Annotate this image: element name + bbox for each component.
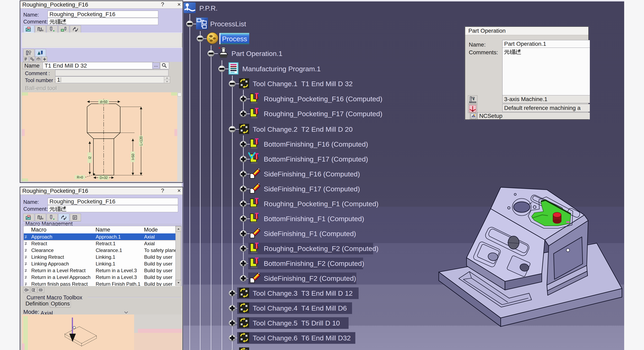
tool-tab-icon[interactable] — [58, 25, 69, 33]
toolchange-icon[interactable] — [238, 302, 250, 314]
toolchange-icon[interactable] — [238, 317, 250, 329]
macro-tab-icon[interactable] — [70, 25, 81, 33]
more-tools-button[interactable]: ... — [152, 62, 160, 69]
toolchange-icon[interactable] — [238, 287, 250, 299]
feeds-tab-icon[interactable] — [46, 25, 58, 33]
geometry-tab-icon[interactable] — [23, 214, 34, 221]
tab-definition[interactable]: Definition — [25, 300, 49, 308]
macro-table-row[interactable]: Linking Approach Linking.1 Build by user — [24, 260, 176, 267]
tree-item-label[interactable]: Manufacturing Program.1 — [242, 65, 321, 73]
tree-expand-plus[interactable] — [240, 111, 247, 117]
tree-expand-plus[interactable] — [240, 230, 247, 237]
tree-item-label[interactable]: Tool Change.3 T3 End Mill D 12 — [253, 289, 353, 297]
tree-item-label[interactable]: Roughing_Pocketing_F17 (Computed) — [264, 110, 382, 118]
machine-icon[interactable] — [468, 95, 478, 104]
process-icon[interactable] — [206, 32, 218, 45]
macro-tab-icon-active[interactable] — [58, 214, 69, 221]
pocket-op-icon[interactable] — [250, 213, 261, 225]
processlist-icon[interactable] — [196, 17, 208, 30]
product-icon[interactable] — [470, 113, 478, 120]
axis-field[interactable]: Default reference machining a — [502, 104, 590, 112]
tree-expand-plus[interactable] — [229, 335, 236, 341]
toolchange-icon[interactable] — [238, 78, 250, 90]
side-op-icon[interactable] — [250, 227, 261, 240]
partop-icon[interactable] — [217, 47, 230, 60]
tree-item-label[interactable]: BottomFinishing_F16 (Computed) — [264, 140, 368, 148]
column-header[interactable]: Mode — [144, 227, 158, 233]
macro-table-row[interactable]: Retract Retract.1 Axial — [24, 240, 176, 247]
ppr-icon[interactable] — [184, 2, 196, 14]
tree-item-label[interactable]: BottomFinishing_F17 (Computed) — [264, 155, 368, 163]
setup-field[interactable]: NCSetup — [478, 112, 590, 120]
pocket-op-icon[interactable] — [250, 257, 261, 270]
close-icon[interactable]: × — [175, 187, 183, 194]
tree-expand-plus[interactable] — [240, 156, 247, 162]
toolchange-icon[interactable] — [238, 123, 250, 135]
help-icon[interactable]: ? — [158, 1, 166, 8]
tree-expand-minus[interactable] — [197, 35, 204, 42]
tool-list-icon[interactable] — [23, 57, 29, 62]
dialog-titlebar[interactable]: Roughing_Pocketing_F16 — [20, 187, 182, 195]
tree-expand-minus[interactable] — [229, 126, 236, 133]
help-icon[interactable]: ? — [158, 187, 166, 194]
tree-expand-plus[interactable] — [240, 260, 247, 267]
macro-table-row[interactable]: Return in a Level Retract Return in a Le… — [24, 267, 176, 274]
tool-number-field[interactable]: 1 — [55, 76, 166, 83]
tool-db-icon[interactable] — [36, 57, 41, 62]
side-op-icon[interactable] — [250, 183, 261, 195]
geometry-tab-icon[interactable] — [23, 25, 34, 33]
comment-field[interactable] — [48, 18, 158, 25]
comment-field[interactable] — [48, 205, 178, 212]
tool-name-field[interactable]: T1 End Mill D 32 — [43, 62, 154, 69]
tree-expand-minus[interactable] — [229, 80, 236, 87]
column-header[interactable]: Macro — [31, 227, 46, 233]
tree-item-label[interactable]: BottomFinishing_F2 (Computed) — [264, 260, 364, 268]
tree-item-label[interactable]: Roughing_Pocketing_F2 (Computed) — [264, 245, 378, 253]
tree-expand-minus[interactable] — [208, 50, 214, 57]
machine-field[interactable]: 3-axis Machine.1 — [502, 95, 590, 103]
tool-new-icon[interactable] — [42, 57, 47, 62]
tool-number-spinner[interactable] — [164, 76, 170, 83]
side-op-icon[interactable] — [250, 272, 261, 284]
tree-item-label[interactable]: SideFinishing_F2 (Computed) — [264, 274, 356, 282]
column-header[interactable]: Name — [96, 227, 110, 233]
name-field[interactable]: Part Operation.1 — [502, 40, 590, 48]
tree-item-label[interactable]: Tool Change.1 T1 End Mill D 32 — [253, 80, 353, 88]
tree-item-label[interactable]: SideFinishing_F16 (Computed) — [264, 170, 360, 178]
mfgprog-icon[interactable] — [228, 62, 240, 75]
tree-item-label[interactable]: Part Operation.1 — [232, 50, 282, 58]
tree-item-label[interactable]: BottomFinishing_F1 (Computed) — [264, 215, 364, 223]
scroll-down-icon[interactable] — [176, 280, 181, 286]
tree-expand-plus[interactable] — [240, 141, 247, 148]
tree-expand-plus[interactable] — [229, 320, 236, 326]
tree-item-label[interactable]: Tool Change.5 T5 Drill D 10 — [253, 319, 340, 327]
pocket-op-icon[interactable] — [250, 93, 261, 105]
toolchange-icon[interactable] — [238, 332, 250, 344]
tool-search-button[interactable] — [160, 62, 169, 69]
tree-expand-plus[interactable] — [240, 186, 247, 192]
dialog-titlebar[interactable]: Part Operation — [465, 27, 588, 35]
tree-item-label[interactable]: SideFinishing_F17 (Computed) — [264, 185, 360, 193]
tree-item-label[interactable]: Roughing_Pocketing_F1 (Computed) — [264, 200, 378, 208]
tree-expand-plus[interactable] — [240, 215, 247, 222]
tree-expand-plus[interactable] — [240, 275, 247, 282]
macro-reset-icon[interactable] — [38, 287, 44, 293]
tab-options[interactable]: Options — [50, 300, 71, 308]
tree-expand-plus[interactable] — [229, 290, 236, 297]
strategy-tab-icon[interactable] — [35, 25, 46, 33]
tree-expand-plus[interactable] — [240, 245, 247, 252]
macro-copy-icon[interactable] — [23, 287, 30, 293]
comments-field[interactable] — [502, 48, 590, 96]
macro-paste-icon[interactable] — [30, 287, 37, 293]
name-field[interactable]: Roughing_Pocketing_F16 — [48, 11, 158, 18]
output-tab-icon[interactable] — [70, 214, 81, 221]
tree-item-label[interactable]: Tool Change.2 T2 End Mill D 20 — [253, 125, 353, 133]
axis-system-icon[interactable] — [468, 104, 478, 113]
macro-table-row[interactable]: Linking Retract Linking.1 Build by user — [24, 254, 176, 260]
tool-assembly-tab-icon[interactable] — [23, 49, 34, 57]
name-field[interactable]: Roughing_Pocketing_F16 — [48, 198, 178, 205]
side-op-icon[interactable] — [250, 168, 261, 180]
tree-expand-minus[interactable] — [186, 21, 193, 27]
tree-item-rename-box[interactable]: Process — [219, 33, 249, 44]
pocket-op-icon[interactable] — [250, 108, 261, 120]
